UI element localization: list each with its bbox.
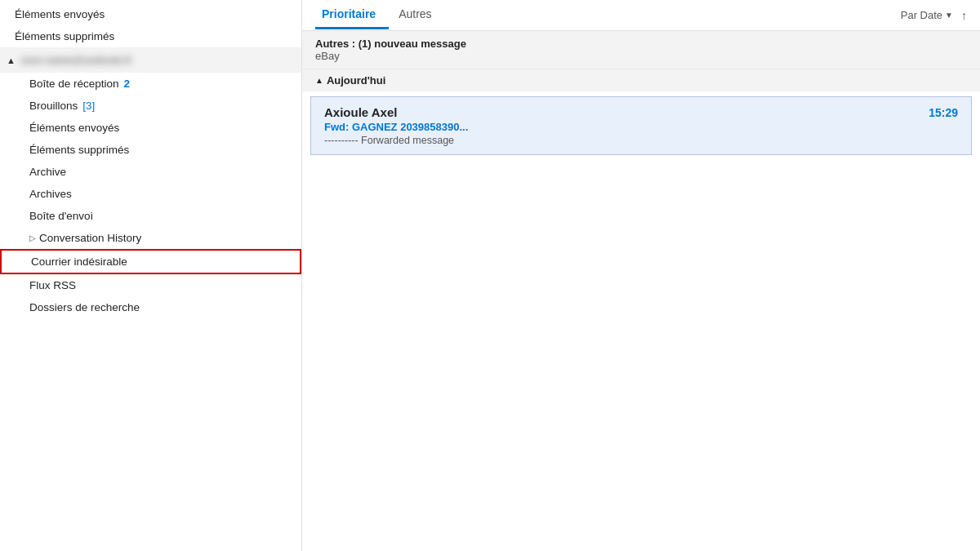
sidebar-item-label: Boîte d'envoi bbox=[29, 210, 93, 222]
sidebar-item-label: Dossiers de recherche bbox=[29, 301, 140, 313]
chevron-up-icon: ▲ bbox=[315, 76, 323, 85]
sidebar-item-label: Éléments supprimés bbox=[29, 144, 129, 156]
message-preview: ---------- Forwarded message bbox=[324, 135, 958, 146]
top-sidebar-items: Éléments envoyés Éléments supprimés bbox=[0, 0, 301, 47]
sidebar-item-archives[interactable]: Archives bbox=[0, 183, 301, 205]
sidebar-item-conversation-history[interactable]: ▷ Conversation History bbox=[0, 227, 301, 249]
sidebar-item-label: Éléments supprimés bbox=[15, 30, 114, 42]
sidebar-item-elements-envoyes[interactable]: Éléments envoyés bbox=[0, 117, 301, 139]
chevron-down-icon: ▼ bbox=[945, 11, 953, 20]
sidebar-item-label: Flux RSS bbox=[29, 279, 76, 291]
sidebar-item-label: Éléments envoyés bbox=[29, 122, 119, 134]
tabs-bar: Prioritaire Autres Par Date ▼ ↑ bbox=[302, 0, 980, 31]
sidebar-item-label: Éléments envoyés bbox=[15, 8, 105, 20]
message-time: 15:29 bbox=[929, 106, 958, 119]
sidebar-item-brouillons[interactable]: Brouillons [3] bbox=[0, 95, 301, 117]
sidebar-item-label: Archives bbox=[29, 188, 72, 200]
message-header-row: Axioule Axel 15:29 bbox=[324, 105, 958, 119]
sidebar-item-label: Conversation History bbox=[39, 232, 141, 244]
main-content: Prioritaire Autres Par Date ▼ ↑ Autres :… bbox=[302, 0, 980, 551]
sidebar-item-flux-rss[interactable]: Flux RSS bbox=[0, 274, 301, 296]
sidebar-item-elements-supprimes[interactable]: Éléments supprimés bbox=[0, 139, 301, 161]
sidebar-item-elements-supprimes-top[interactable]: Éléments supprimés bbox=[0, 25, 301, 47]
chevron-right-icon: ▷ bbox=[29, 233, 36, 242]
sidebar-item-label: Archive bbox=[29, 166, 66, 178]
unread-badge: 2 bbox=[124, 78, 131, 90]
sidebar: Éléments envoyés Éléments supprimés ▲ us… bbox=[0, 0, 302, 551]
tab-prioritaire[interactable]: Prioritaire bbox=[315, 1, 389, 29]
tab-autres[interactable]: Autres bbox=[392, 1, 444, 29]
sort-area: Par Date ▼ ↑ bbox=[896, 7, 967, 23]
notification-bar[interactable]: Autres : (1) nouveau message eBay bbox=[302, 31, 980, 69]
draft-badge: [3] bbox=[82, 100, 95, 112]
sidebar-item-elements-envoyes-top[interactable]: Éléments envoyés bbox=[0, 3, 301, 25]
sidebar-item-dossiers-recherche[interactable]: Dossiers de recherche bbox=[0, 296, 301, 318]
chevron-down-icon: ▲ bbox=[7, 56, 16, 65]
sidebar-item-label: Boîte de réception bbox=[29, 78, 119, 90]
sidebar-item-boite-reception[interactable]: Boîte de réception 2 bbox=[0, 73, 301, 95]
section-title: Aujourd'hui bbox=[327, 74, 385, 87]
sort-button[interactable]: Par Date ▼ bbox=[896, 7, 958, 23]
notification-title: Autres : (1) nouveau message bbox=[315, 38, 967, 50]
sidebar-item-archive[interactable]: Archive bbox=[0, 161, 301, 183]
sort-direction-button[interactable]: ↑ bbox=[961, 9, 967, 22]
sidebar-item-boite-envoi[interactable]: Boîte d'envoi bbox=[0, 205, 301, 227]
messages-list: Autres : (1) nouveau message eBay ▲ Aujo… bbox=[302, 31, 980, 551]
notification-sub: eBay bbox=[315, 50, 967, 62]
section-header-aujourd-hui[interactable]: ▲ Aujourd'hui bbox=[302, 69, 980, 91]
tab-label: Prioritaire bbox=[322, 7, 376, 20]
sidebar-sub-items: Boîte de réception 2 Brouillons [3] Élém… bbox=[0, 73, 301, 318]
tab-label: Autres bbox=[399, 7, 431, 20]
message-item[interactable]: Axioule Axel 15:29 Fwd: GAGNEZ 203985839… bbox=[310, 96, 972, 155]
sidebar-item-label: Courrier indésirable bbox=[31, 256, 127, 268]
account-name: user.name@outlook.fr bbox=[20, 54, 132, 66]
sidebar-item-courrier-indesirable[interactable]: Courrier indésirable bbox=[0, 249, 301, 274]
account-row[interactable]: ▲ user.name@outlook.fr bbox=[0, 47, 301, 73]
sidebar-item-label: Brouillons bbox=[29, 100, 78, 112]
message-subject: Fwd: GAGNEZ 2039858390... bbox=[324, 121, 958, 133]
sort-label: Par Date bbox=[901, 9, 942, 21]
message-sender: Axioule Axel bbox=[324, 105, 397, 119]
